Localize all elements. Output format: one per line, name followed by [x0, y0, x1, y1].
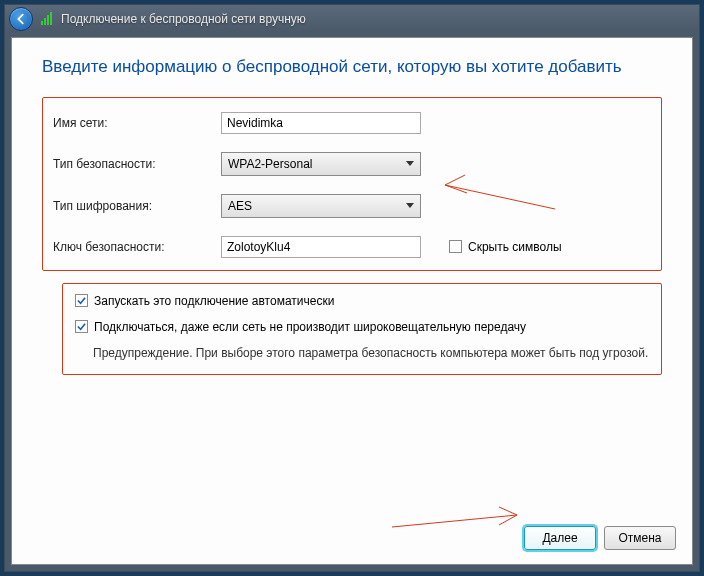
autostart-checkbox[interactable] — [75, 294, 88, 307]
broadcast-label: Подключаться, даже если сеть не производ… — [94, 320, 526, 336]
titlebar: Подключение к беспроводной сети вручную — [5, 5, 699, 33]
hide-characters-row: Скрыть символы — [449, 240, 562, 254]
svg-rect-0 — [41, 21, 43, 25]
svg-rect-3 — [50, 12, 52, 25]
auto-block: Запускать это подключение автоматически … — [62, 283, 662, 375]
svg-rect-1 — [44, 18, 46, 25]
window-title: Подключение к беспроводной сети вручную — [61, 12, 306, 26]
network-name-label: Имя сети: — [53, 116, 221, 130]
security-key-input[interactable] — [221, 236, 421, 258]
chevron-down-icon — [406, 203, 414, 208]
back-button[interactable] — [9, 7, 33, 31]
security-key-label: Ключ безопасности: — [53, 240, 221, 254]
cancel-button[interactable]: Отмена — [604, 526, 676, 550]
encryption-type-value: AES — [228, 199, 252, 213]
encryption-type-dropdown[interactable]: AES — [221, 194, 421, 218]
wizard-window: Подключение к беспроводной сети вручную … — [4, 4, 700, 572]
svg-rect-2 — [47, 15, 49, 25]
next-button[interactable]: Далее — [524, 526, 596, 550]
broadcast-checkbox[interactable] — [75, 320, 88, 333]
security-type-value: WPA2-Personal — [228, 157, 312, 171]
network-name-input[interactable] — [221, 112, 421, 134]
footer: Далее Отмена — [524, 526, 676, 550]
page-heading: Введите информацию о беспроводной сети, … — [12, 38, 692, 89]
wifi-icon — [39, 11, 55, 27]
hide-characters-label: Скрыть символы — [468, 240, 562, 254]
form-block: Имя сети: Тип безопасности: WPA2-Persona… — [42, 97, 662, 271]
chevron-down-icon — [406, 161, 414, 166]
back-arrow-icon — [14, 12, 28, 26]
hide-characters-checkbox[interactable] — [449, 240, 462, 253]
security-type-dropdown[interactable]: WPA2-Personal — [221, 152, 421, 176]
security-type-label: Тип безопасности: — [53, 157, 221, 171]
encryption-type-label: Тип шифрования: — [53, 199, 221, 213]
content-pane: Введите информацию о беспроводной сети, … — [11, 37, 693, 565]
warning-text: Предупреждение. При выборе этого парамет… — [93, 345, 649, 362]
autostart-label: Запускать это подключение автоматически — [94, 294, 334, 310]
